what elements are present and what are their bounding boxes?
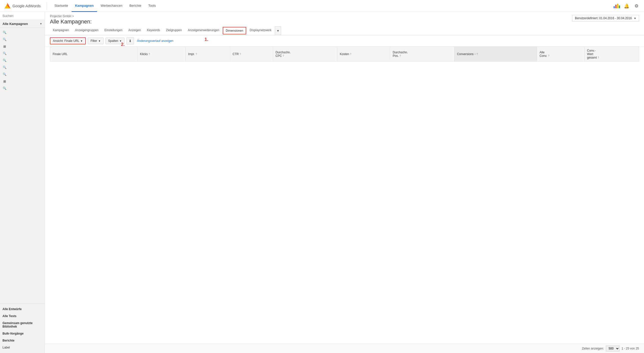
- th-conversions-sort-icon: ↑: [474, 53, 476, 56]
- aenderungsverlauf-link[interactable]: Änderungsverlauf anzeigen: [137, 39, 173, 43]
- filter-arrow-icon: ▼: [98, 40, 101, 42]
- magnifier-icon-3: 🔍: [2, 51, 6, 55]
- nav-werbechancen[interactable]: Werbechancen: [97, 0, 126, 12]
- th-impr-help-icon[interactable]: ?: [196, 53, 197, 56]
- sidebar-header: Alle Kampagnen ▼: [0, 20, 45, 28]
- download-button[interactable]: ⬇: [126, 37, 134, 44]
- table-header-row: Finale URL Klicks ? Impr. ? CTR ? Durchs: [50, 47, 639, 61]
- sidebar-all-campaigns-label: Alle Kampagnen: [2, 22, 28, 26]
- ansicht-arrow-icon: ▼: [80, 40, 83, 42]
- sidebar-alle-entwuerfe[interactable]: Alle Entwürfe: [0, 306, 45, 313]
- table-body: [50, 61, 639, 186]
- nav-divider: [47, 2, 47, 10]
- date-range-label: Benutzerdefiniert: 01.04.2016 - 30.04.20…: [575, 16, 632, 20]
- annotation-2: 2.: [121, 42, 125, 47]
- tab-kampagnen[interactable]: Kampagnen: [50, 26, 72, 35]
- magnifier-icon-5: 🔍: [2, 65, 6, 69]
- sidebar-item-4[interactable]: 🔍: [0, 50, 45, 57]
- sidebar-search-bar: 🔍 «: [0, 12, 45, 20]
- magnifier-icon-2: 🔍: [2, 37, 6, 41]
- th-conv-wert-help-icon[interactable]: ?: [598, 56, 599, 59]
- sidebar-alle-tests[interactable]: Alle Tests: [0, 313, 45, 320]
- page-header: Projecter GmbH > Alle Kampagnen:: [45, 12, 644, 26]
- th-alle-conv: AlleConv. ?: [537, 47, 584, 61]
- sidebar-label[interactable]: Label: [0, 344, 45, 351]
- page-info: 1 - 25 von 25: [622, 347, 639, 350]
- notifications-icon[interactable]: 🔔: [623, 2, 630, 9]
- tab-keywords[interactable]: Keywords: [144, 26, 163, 35]
- date-range-container: Benutzerdefiniert: 01.04.2016 - 30.04.20…: [572, 15, 639, 21]
- tab-displaynetzwerk[interactable]: Displaynetzwerk: [247, 26, 274, 35]
- sidebar-item-8[interactable]: ▦: [0, 78, 45, 85]
- sidebar-bibliothek[interactable]: Gemeinsam genutzte Bibliothek: [0, 320, 45, 330]
- main-content-area: Projecter GmbH > Alle Kampagnen: Benutze…: [45, 12, 644, 353]
- sidebar-dropdown-arrow[interactable]: ▼: [40, 22, 42, 25]
- th-cpc-help-icon[interactable]: ?: [282, 55, 284, 57]
- th-conversions[interactable]: Conversions ↑ ?: [454, 47, 537, 61]
- nav-berichte[interactable]: Berichte: [126, 0, 145, 12]
- sidebar-item-7[interactable]: 🔍: [0, 71, 45, 78]
- tabs-bar: Kampagnen Anzeigengruppen Einstellungen …: [45, 26, 644, 35]
- bottom-bar: Zeilen anzeigen: 500 100 50 25 1 - 25 vo…: [45, 344, 644, 353]
- filter-button[interactable]: Filter ▼: [88, 38, 104, 44]
- main-nav: Startseite Kampagnen Werbechancen Berich…: [51, 0, 614, 12]
- th-cpc: Durchschn.CPC ?: [273, 47, 337, 61]
- search-input[interactable]: [0, 12, 47, 20]
- tab-zielgruppen[interactable]: Zielgruppen: [163, 26, 185, 35]
- th-finale-url: Finale URL: [50, 47, 138, 61]
- toolbar: 2. Ansicht: Finale URL ▼ Filter ▼ Spalte…: [45, 35, 644, 47]
- th-kosten: Kosten ?: [337, 47, 390, 61]
- th-pos: Durchschn.Pos. ?: [390, 47, 454, 61]
- settings-icon[interactable]: ⚙: [633, 2, 640, 9]
- date-range-dropdown-arrow: ▼: [634, 17, 636, 20]
- rows-select[interactable]: 500 100 50 25: [606, 346, 620, 352]
- tab-einstellungen[interactable]: Einstellungen: [102, 26, 126, 35]
- main-layout: 🔍 « Alle Kampagnen ▼ 🔍 🔍 ▦ 🔍 🔍 �: [0, 12, 644, 353]
- th-pos-help-icon[interactable]: ?: [400, 55, 401, 57]
- th-klicks: Klicks ?: [138, 47, 186, 61]
- magnifier-icon-6: 🔍: [2, 72, 6, 76]
- tab-anzeigenerweiterungen[interactable]: Anzeigenerweiterungen: [185, 26, 222, 35]
- adwords-logo-icon: [4, 2, 11, 9]
- th-alle-conv-help-icon[interactable]: ?: [548, 55, 550, 57]
- th-kosten-help-icon[interactable]: ?: [350, 53, 352, 56]
- magnifier-icon-1: 🔍: [2, 30, 6, 34]
- sidebar-item-1[interactable]: 🔍: [0, 29, 45, 36]
- date-range-button[interactable]: Benutzerdefiniert: 01.04.2016 - 30.04.20…: [572, 15, 639, 21]
- sidebar-icon-list: 🔍 🔍 ▦ 🔍 🔍 🔍 🔍 ▦ 🔍: [0, 28, 45, 303]
- logo: Google AdWords: [4, 2, 41, 9]
- ansicht-button[interactable]: Ansicht: Finale URL ▼: [50, 37, 86, 44]
- th-conversions-help-icon[interactable]: ?: [477, 53, 478, 56]
- sidebar-bulk-vorgaenge[interactable]: Bulk-Vorgänge: [0, 330, 45, 337]
- sidebar-berichte[interactable]: Berichte: [0, 337, 45, 344]
- tab-anzeigen[interactable]: Anzeigen: [126, 26, 144, 35]
- table-container: Finale URL Klicks ? Impr. ? CTR ? Durchs: [45, 47, 644, 344]
- th-finale-url-label: Finale URL: [53, 52, 68, 56]
- top-navigation: Google AdWords Startseite Kampagnen Werb…: [0, 0, 644, 12]
- data-table: Finale URL Klicks ? Impr. ? CTR ? Durchs: [50, 47, 639, 186]
- th-conv-wert: Conv.-Wertgesamt ?: [584, 47, 639, 61]
- logo-text: Google AdWords: [12, 4, 41, 8]
- th-ctr-help-icon[interactable]: ?: [240, 53, 241, 56]
- th-klicks-help-icon[interactable]: ?: [149, 53, 150, 56]
- nav-startseite[interactable]: Startseite: [51, 0, 72, 12]
- tab-anzeigengruppen[interactable]: Anzeigengruppen: [72, 26, 102, 35]
- th-impr: Impr. ?: [186, 47, 230, 61]
- sidebar-item-5[interactable]: 🔍: [0, 57, 45, 64]
- sidebar-item-9[interactable]: 🔍: [0, 85, 45, 92]
- sidebar-item-6[interactable]: 🔍: [0, 64, 45, 71]
- spalten-label: Spalten: [108, 39, 118, 43]
- nav-kampagnen[interactable]: Kampagnen: [72, 0, 97, 12]
- sidebar-item-2[interactable]: 🔍: [0, 36, 45, 43]
- download-icon: ⬇: [129, 39, 132, 43]
- grid-icon-1: ▦: [2, 44, 6, 48]
- breadcrumb[interactable]: Projecter GmbH >: [50, 14, 639, 18]
- top-nav-actions: 🔔 ⚙: [614, 2, 640, 9]
- empty-cell: [50, 61, 639, 186]
- sidebar-item-3[interactable]: ▦: [0, 43, 45, 50]
- tab-dimensionen[interactable]: Dimensionen: [223, 27, 246, 34]
- tab-more-button[interactable]: ▾: [275, 26, 281, 35]
- bar-chart-icon[interactable]: [614, 4, 620, 8]
- page-title: Alle Kampagnen:: [50, 18, 639, 25]
- nav-tools[interactable]: Tools: [145, 0, 159, 12]
